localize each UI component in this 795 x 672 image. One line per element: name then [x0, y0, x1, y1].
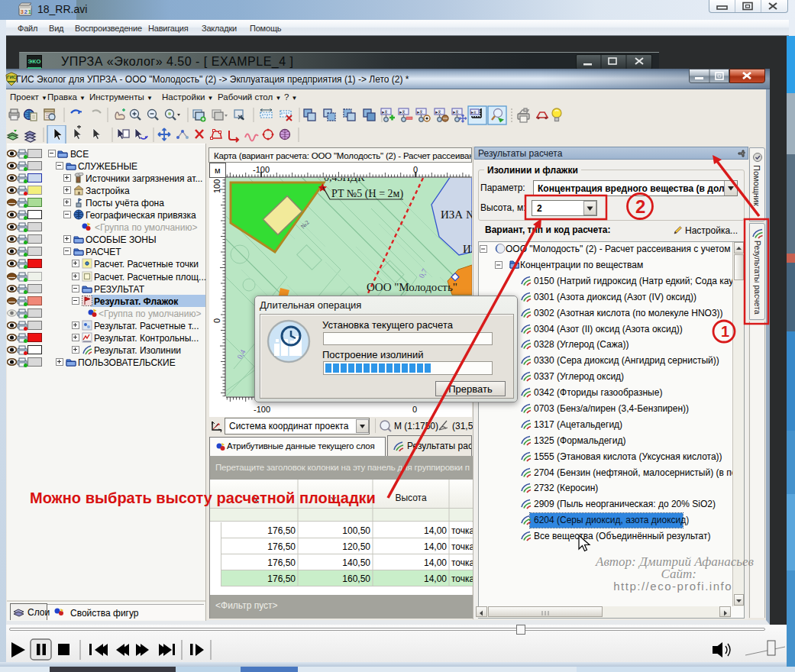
svg-text:0,45ПДК: 0,45ПДК	[324, 178, 365, 183]
svg-text:▸x̄: ▸x̄	[382, 110, 387, 115]
svg-text:ИЗ: ИЗ	[463, 243, 472, 255]
svg-text:РТ №5 (Н = 2м): РТ №5 (Н = 2м)	[331, 188, 403, 200]
svg-text:ГИС: ГИС	[7, 75, 17, 79]
svg-text:1: 1	[28, 8, 32, 15]
svg-text:ИЗА №: ИЗА №	[441, 208, 472, 221]
svg-text:-100: -100	[254, 405, 270, 414]
svg-text:▸x̄: ▸x̄	[435, 110, 441, 115]
svg-text:▸x̄: ▸x̄	[471, 110, 477, 115]
svg-text:0: 0	[412, 405, 417, 414]
svg-text:▸x̄: ▸x̄	[453, 110, 458, 115]
svg-text:0: 0	[212, 318, 221, 323]
svg-text:100: 100	[212, 179, 221, 193]
svg-text:▸x̄: ▸x̄	[399, 110, 405, 115]
svg-text:ООО "Молодость": ООО "Молодость"	[367, 281, 457, 293]
svg-text:▸x̄: ▸x̄	[417, 110, 422, 115]
